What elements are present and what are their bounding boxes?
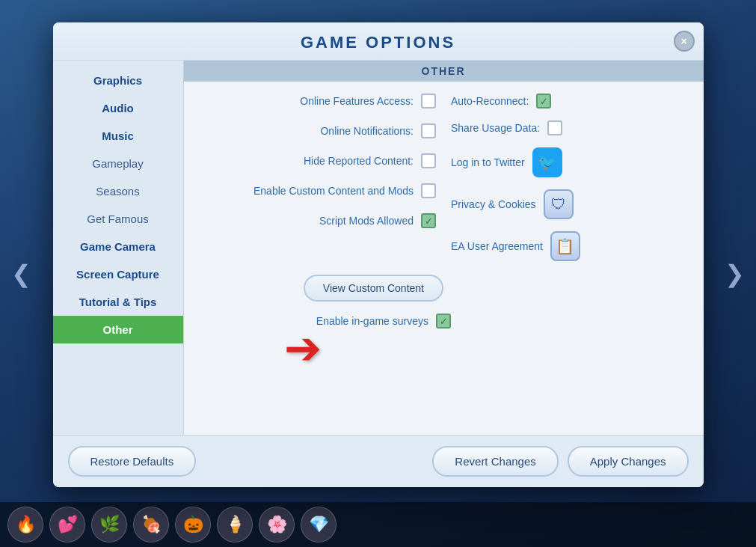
content-wrapper: Other Online Features Access: Online Not…: [184, 61, 704, 435]
share-usage-label: Share Usage Data:: [451, 121, 540, 135]
enable-surveys-checkbox[interactable]: ✓: [436, 314, 451, 328]
online-notifications-label: Online Notifications:: [320, 124, 414, 138]
sidebar-item-music[interactable]: Music: [53, 122, 183, 150]
online-notifications-checkbox[interactable]: [421, 123, 436, 138]
twitter-label: Log in to Twitter: [451, 156, 525, 169]
nav-right-arrow[interactable]: ❯: [725, 260, 745, 288]
sidebar-item-tutorial-tips[interactable]: Tutorial & Tips: [53, 288, 183, 316]
view-custom-row: View Custom Content: [199, 275, 689, 302]
footer-right-buttons: Revert Changes Apply Changes: [432, 446, 688, 477]
privacy-label: Privacy & Cookies: [451, 198, 536, 211]
bottom-icon-hearts[interactable]: 💕: [49, 507, 85, 543]
close-button[interactable]: ×: [674, 31, 695, 52]
view-custom-content-button[interactable]: View Custom Content: [304, 275, 443, 302]
script-mods-label: Script Mods Allowed: [319, 214, 414, 227]
twitter-button[interactable]: 🐦: [532, 147, 562, 177]
enable-custom-row: Enable Custom Content and Mods: [191, 183, 437, 198]
twitter-row: Log in to Twitter 🐦: [451, 147, 696, 177]
share-usage-checkbox[interactable]: [547, 120, 562, 135]
extra-section: View Custom Content Enable in-game surve…: [184, 267, 704, 343]
enable-custom-label: Enable Custom Content and Mods: [253, 184, 414, 198]
sidebar-item-get-famous[interactable]: Get Famous: [53, 205, 183, 233]
online-features-row: Online Features Access:: [191, 94, 437, 109]
bottom-icon-flower[interactable]: 🌸: [259, 507, 295, 543]
enable-surveys-row: Enable in-game surveys ✓: [199, 314, 689, 328]
revert-changes-button[interactable]: Revert Changes: [432, 446, 558, 477]
bottom-icon-fire[interactable]: 🔥: [7, 507, 43, 543]
online-features-checkbox[interactable]: [421, 94, 436, 109]
enable-surveys-label: Enable in-game surveys: [316, 314, 428, 328]
section-header: Other: [184, 61, 704, 82]
dialog-footer: Restore Defaults Revert Changes Apply Ch…: [53, 435, 704, 487]
online-features-label: Online Features Access:: [300, 94, 414, 108]
bottom-icon-diamond[interactable]: 💎: [301, 507, 336, 543]
sidebar-item-audio[interactable]: Audio: [53, 94, 183, 122]
sidebar-item-graphics[interactable]: Graphics: [53, 67, 183, 94]
bottom-icon-plant[interactable]: 🌿: [91, 507, 127, 543]
privacy-button[interactable]: 🛡: [544, 189, 574, 219]
hide-reported-checkbox[interactable]: [421, 153, 436, 168]
auto-reconnect-row: Auto-Reconnect: ✓: [451, 94, 696, 109]
right-options-col: Auto-Reconnect: ✓ Share Usage Data: Log …: [443, 94, 696, 261]
hide-reported-row: Hide Reported Content:: [191, 153, 437, 168]
sidebar-item-screen-capture[interactable]: Screen Capture: [53, 260, 183, 288]
auto-reconnect-label: Auto-Reconnect:: [451, 94, 529, 108]
ea-agreement-label: EA User Agreement: [451, 239, 543, 253]
script-mods-checkbox[interactable]: ✓: [421, 213, 436, 228]
bottom-bar: 🔥 💕 🌿 🍖 🎃 🍦 🌸 💎: [0, 502, 756, 547]
game-options-dialog: Game Options × Graphics Audio Music Game…: [53, 22, 704, 487]
apply-changes-button[interactable]: Apply Changes: [568, 446, 689, 477]
bottom-icon-meat[interactable]: 🍖: [133, 507, 169, 543]
bottom-icon-icecream[interactable]: 🍦: [217, 507, 253, 543]
hide-reported-label: Hide Reported Content:: [304, 154, 414, 168]
ea-agreement-row: EA User Agreement 📋: [451, 231, 696, 261]
sidebar-item-gameplay[interactable]: Gameplay: [53, 150, 183, 177]
enable-custom-checkbox[interactable]: [421, 183, 436, 198]
share-usage-row: Share Usage Data:: [451, 120, 696, 135]
sidebar-item-other[interactable]: Other: [53, 316, 183, 343]
sidebar: Graphics Audio Music Gameplay Seasons Ge…: [53, 61, 184, 435]
script-mods-row: Script Mods Allowed ✓: [191, 213, 437, 228]
nav-left-arrow[interactable]: ❮: [11, 260, 31, 288]
privacy-row: Privacy & Cookies 🛡: [451, 189, 696, 219]
ea-agreement-button[interactable]: 📋: [550, 231, 580, 261]
left-options-col: Online Features Access: Online Notificat…: [191, 94, 444, 261]
dialog-header: Game Options ×: [53, 22, 704, 61]
dialog-body: Graphics Audio Music Gameplay Seasons Ge…: [53, 61, 704, 435]
sidebar-item-seasons[interactable]: Seasons: [53, 177, 183, 205]
restore-defaults-button[interactable]: Restore Defaults: [68, 446, 197, 477]
online-notifications-row: Online Notifications:: [191, 123, 437, 138]
dialog-title: Game Options: [301, 33, 455, 52]
content-area: Other Online Features Access: Online Not…: [184, 61, 704, 435]
auto-reconnect-checkbox[interactable]: ✓: [536, 94, 551, 109]
bottom-icon-pumpkin[interactable]: 🎃: [175, 507, 211, 543]
sidebar-item-game-camera[interactable]: Game Camera: [53, 233, 183, 260]
main-options: Online Features Access: Online Notificat…: [184, 82, 704, 267]
